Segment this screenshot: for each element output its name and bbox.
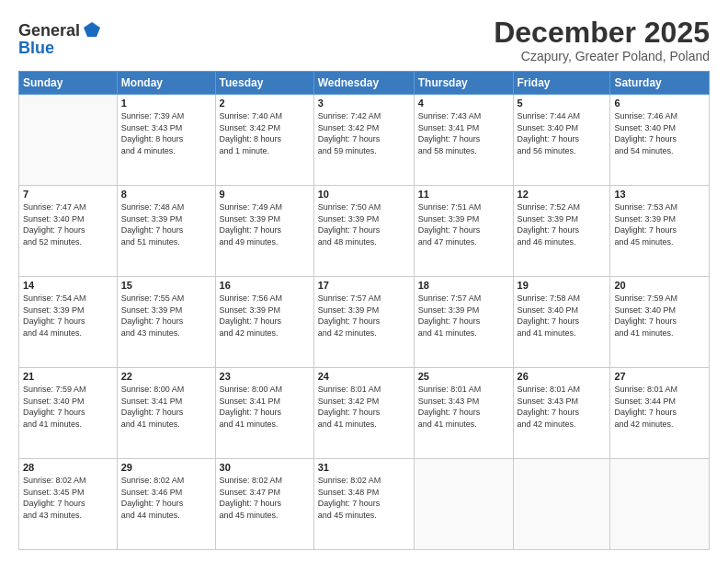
logo-flag-icon bbox=[82, 20, 102, 40]
day-number: 5 bbox=[518, 98, 607, 109]
header-day: Sunday bbox=[19, 72, 118, 95]
day-info: Sunrise: 7:55 AMSunset: 3:39 PMDaylight:… bbox=[121, 293, 211, 339]
day-cell: 29Sunrise: 8:02 AMSunset: 3:46 PMDayligh… bbox=[117, 459, 215, 550]
day-cell: 15Sunrise: 7:55 AMSunset: 3:39 PMDayligh… bbox=[117, 277, 215, 368]
day-number: 14 bbox=[23, 280, 113, 291]
header-day: Wednesday bbox=[313, 72, 414, 95]
day-number: 6 bbox=[614, 98, 705, 109]
day-info: Sunrise: 7:52 AMSunset: 3:39 PMDaylight:… bbox=[518, 201, 607, 247]
day-info: Sunrise: 7:58 AMSunset: 3:40 PMDaylight:… bbox=[518, 293, 607, 339]
day-cell: 11Sunrise: 7:51 AMSunset: 3:39 PMDayligh… bbox=[414, 186, 513, 277]
day-cell: 30Sunrise: 8:02 AMSunset: 3:47 PMDayligh… bbox=[215, 459, 313, 550]
header-day: Friday bbox=[513, 72, 610, 95]
day-info: Sunrise: 7:39 AMSunset: 3:43 PMDaylight:… bbox=[121, 110, 211, 156]
week-row: 14Sunrise: 7:54 AMSunset: 3:39 PMDayligh… bbox=[19, 277, 710, 368]
day-cell: 2Sunrise: 7:40 AMSunset: 3:42 PMDaylight… bbox=[215, 95, 313, 186]
day-number: 22 bbox=[121, 371, 211, 382]
day-number: 25 bbox=[418, 371, 509, 382]
day-number: 24 bbox=[318, 371, 410, 382]
day-cell bbox=[19, 95, 118, 186]
day-cell: 10Sunrise: 7:50 AMSunset: 3:39 PMDayligh… bbox=[313, 186, 414, 277]
day-cell: 3Sunrise: 7:42 AMSunset: 3:42 PMDaylight… bbox=[313, 95, 414, 186]
day-cell: 9Sunrise: 7:49 AMSunset: 3:39 PMDaylight… bbox=[215, 186, 313, 277]
day-info: Sunrise: 7:44 AMSunset: 3:40 PMDaylight:… bbox=[518, 110, 607, 156]
week-row: 21Sunrise: 7:59 AMSunset: 3:40 PMDayligh… bbox=[19, 368, 710, 459]
day-info: Sunrise: 7:47 AMSunset: 3:40 PMDaylight:… bbox=[23, 201, 113, 247]
page: General Blue December 2025 Czapury, Grea… bbox=[0, 0, 728, 563]
day-info: Sunrise: 8:02 AMSunset: 3:45 PMDaylight:… bbox=[23, 475, 113, 521]
day-number: 17 bbox=[318, 280, 410, 291]
week-row: 1Sunrise: 7:39 AMSunset: 3:43 PMDaylight… bbox=[19, 95, 710, 186]
day-number: 11 bbox=[418, 189, 509, 200]
day-info: Sunrise: 8:00 AMSunset: 3:41 PMDaylight:… bbox=[121, 384, 211, 430]
day-number: 29 bbox=[121, 462, 211, 473]
week-row: 7Sunrise: 7:47 AMSunset: 3:40 PMDaylight… bbox=[19, 186, 710, 277]
logo-blue-text: Blue bbox=[18, 39, 54, 57]
day-info: Sunrise: 7:48 AMSunset: 3:39 PMDaylight:… bbox=[121, 201, 211, 247]
day-info: Sunrise: 7:42 AMSunset: 3:42 PMDaylight:… bbox=[318, 110, 410, 156]
day-info: Sunrise: 8:02 AMSunset: 3:46 PMDaylight:… bbox=[121, 475, 211, 521]
header-day: Tuesday bbox=[215, 72, 313, 95]
day-number: 31 bbox=[318, 462, 410, 473]
day-info: Sunrise: 8:02 AMSunset: 3:47 PMDaylight:… bbox=[220, 475, 310, 521]
day-cell: 26Sunrise: 8:01 AMSunset: 3:43 PMDayligh… bbox=[513, 368, 610, 459]
day-cell: 24Sunrise: 8:01 AMSunset: 3:42 PMDayligh… bbox=[313, 368, 414, 459]
day-cell: 14Sunrise: 7:54 AMSunset: 3:39 PMDayligh… bbox=[19, 277, 118, 368]
day-cell: 31Sunrise: 8:02 AMSunset: 3:48 PMDayligh… bbox=[313, 459, 414, 550]
day-info: Sunrise: 7:49 AMSunset: 3:39 PMDaylight:… bbox=[220, 201, 310, 247]
day-cell: 5Sunrise: 7:44 AMSunset: 3:40 PMDaylight… bbox=[513, 95, 610, 186]
day-number: 12 bbox=[518, 189, 607, 200]
logo: General Blue bbox=[18, 20, 102, 58]
day-number: 2 bbox=[220, 98, 310, 109]
day-cell: 17Sunrise: 7:57 AMSunset: 3:39 PMDayligh… bbox=[313, 277, 414, 368]
month-title: December 2025 bbox=[494, 17, 710, 49]
day-info: Sunrise: 8:01 AMSunset: 3:43 PMDaylight:… bbox=[418, 384, 509, 430]
day-number: 26 bbox=[518, 371, 607, 382]
day-info: Sunrise: 8:01 AMSunset: 3:42 PMDaylight:… bbox=[318, 384, 410, 430]
day-cell: 4Sunrise: 7:43 AMSunset: 3:41 PMDaylight… bbox=[414, 95, 513, 186]
day-number: 28 bbox=[23, 462, 113, 473]
day-info: Sunrise: 7:40 AMSunset: 3:42 PMDaylight:… bbox=[220, 110, 310, 156]
day-info: Sunrise: 7:46 AMSunset: 3:40 PMDaylight:… bbox=[614, 110, 705, 156]
day-number: 27 bbox=[614, 371, 705, 382]
day-number: 23 bbox=[220, 371, 310, 382]
day-cell: 25Sunrise: 8:01 AMSunset: 3:43 PMDayligh… bbox=[414, 368, 513, 459]
day-info: Sunrise: 7:57 AMSunset: 3:39 PMDaylight:… bbox=[318, 293, 410, 339]
day-cell: 19Sunrise: 7:58 AMSunset: 3:40 PMDayligh… bbox=[513, 277, 610, 368]
day-cell bbox=[610, 459, 710, 550]
day-cell: 20Sunrise: 7:59 AMSunset: 3:40 PMDayligh… bbox=[610, 277, 710, 368]
day-cell: 16Sunrise: 7:56 AMSunset: 3:39 PMDayligh… bbox=[215, 277, 313, 368]
day-number: 4 bbox=[418, 98, 509, 109]
day-cell: 7Sunrise: 7:47 AMSunset: 3:40 PMDaylight… bbox=[19, 186, 118, 277]
header-day: Monday bbox=[117, 72, 215, 95]
day-cell: 18Sunrise: 7:57 AMSunset: 3:39 PMDayligh… bbox=[414, 277, 513, 368]
day-cell: 1Sunrise: 7:39 AMSunset: 3:43 PMDaylight… bbox=[117, 95, 215, 186]
day-cell: 21Sunrise: 7:59 AMSunset: 3:40 PMDayligh… bbox=[19, 368, 118, 459]
day-info: Sunrise: 7:59 AMSunset: 3:40 PMDaylight:… bbox=[23, 384, 113, 430]
title-block: December 2025 Czapury, Greater Poland, P… bbox=[494, 17, 710, 63]
day-number: 20 bbox=[614, 280, 705, 291]
week-row: 28Sunrise: 8:02 AMSunset: 3:45 PMDayligh… bbox=[19, 459, 710, 550]
day-number: 10 bbox=[318, 189, 410, 200]
header-row: SundayMondayTuesdayWednesdayThursdayFrid… bbox=[19, 72, 710, 95]
day-info: Sunrise: 7:53 AMSunset: 3:39 PMDaylight:… bbox=[614, 201, 705, 247]
day-cell: 6Sunrise: 7:46 AMSunset: 3:40 PMDaylight… bbox=[610, 95, 710, 186]
day-number: 30 bbox=[220, 462, 310, 473]
logo-general-text: General bbox=[18, 21, 80, 40]
calendar-table: SundayMondayTuesdayWednesdayThursdayFrid… bbox=[18, 71, 710, 550]
day-cell: 12Sunrise: 7:52 AMSunset: 3:39 PMDayligh… bbox=[513, 186, 610, 277]
day-cell: 27Sunrise: 8:01 AMSunset: 3:44 PMDayligh… bbox=[610, 368, 710, 459]
day-info: Sunrise: 8:01 AMSunset: 3:44 PMDaylight:… bbox=[614, 384, 705, 430]
day-number: 21 bbox=[23, 371, 113, 382]
day-info: Sunrise: 7:50 AMSunset: 3:39 PMDaylight:… bbox=[318, 201, 410, 247]
svg-marker-0 bbox=[84, 22, 100, 37]
day-cell: 8Sunrise: 7:48 AMSunset: 3:39 PMDaylight… bbox=[117, 186, 215, 277]
day-number: 3 bbox=[318, 98, 410, 109]
day-info: Sunrise: 8:02 AMSunset: 3:48 PMDaylight:… bbox=[318, 475, 410, 521]
day-cell: 28Sunrise: 8:02 AMSunset: 3:45 PMDayligh… bbox=[19, 459, 118, 550]
day-number: 9 bbox=[220, 189, 310, 200]
day-number: 7 bbox=[23, 189, 113, 200]
day-number: 19 bbox=[518, 280, 607, 291]
day-cell: 23Sunrise: 8:00 AMSunset: 3:41 PMDayligh… bbox=[215, 368, 313, 459]
header-day: Thursday bbox=[414, 72, 513, 95]
